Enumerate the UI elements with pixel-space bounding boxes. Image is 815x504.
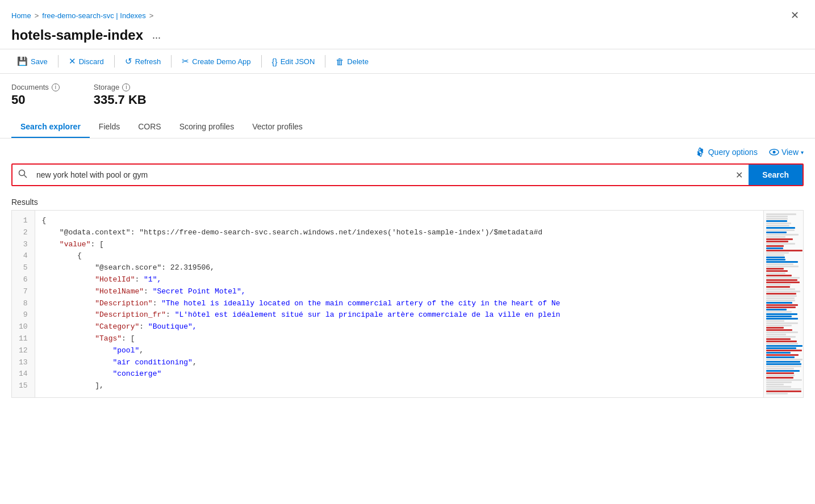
refresh-label: Refresh	[135, 57, 161, 66]
top-bar: Home > free-demo-search-svc | Indexes > …	[0, 0, 815, 24]
delete-button[interactable]: 🗑 Delete	[330, 54, 374, 69]
tab-vector-profiles[interactable]: Vector profiles	[243, 116, 312, 138]
save-icon: 💾	[17, 56, 28, 66]
query-options-label: Query options	[708, 148, 758, 157]
toolbar-separator-3	[171, 55, 172, 68]
code-content: { "@odata.context": "https://free-demo-s…	[35, 211, 763, 397]
discard-icon: ✕	[69, 56, 76, 66]
save-label: Save	[31, 57, 48, 66]
create-demo-label: Create Demo App	[192, 57, 250, 66]
breadcrumb-service[interactable]: free-demo-search-svc | Indexes	[42, 11, 146, 20]
delete-icon: 🗑	[336, 57, 344, 66]
tab-search-explorer[interactable]: Search explorer	[11, 116, 90, 138]
eye-icon	[769, 148, 779, 156]
breadcrumb-home[interactable]: Home	[11, 11, 31, 20]
svg-line-3	[24, 175, 27, 178]
refresh-icon: ↺	[125, 56, 132, 66]
create-demo-icon: ✂	[182, 56, 189, 66]
results-label: Results	[11, 198, 804, 207]
tab-cors[interactable]: CORS	[129, 116, 170, 138]
edit-json-label: Edit JSON	[281, 57, 315, 66]
chevron-down-icon: ▾	[801, 149, 804, 156]
clear-search-button[interactable]: ✕	[730, 170, 749, 180]
gear-icon	[696, 148, 705, 157]
title-row: hotels-sample-index ...	[0, 24, 815, 49]
storage-stat: Storage i 335.7 KB	[94, 83, 147, 107]
page-title: hotels-sample-index	[11, 27, 143, 43]
delete-label: Delete	[347, 57, 369, 66]
results-section: Results 123456789101112131415 { "@odata.…	[0, 195, 815, 398]
edit-json-icon: {}	[272, 57, 278, 66]
documents-label: Documents	[11, 83, 49, 91]
toolbar-separator-4	[261, 55, 262, 68]
search-icon	[12, 169, 33, 180]
breadcrumb-sep1: >	[35, 11, 39, 20]
search-input[interactable]	[33, 165, 730, 185]
toolbar-separator-1	[58, 55, 58, 68]
refresh-button[interactable]: ↺ Refresh	[119, 54, 167, 69]
close-button[interactable]: ✕	[786, 7, 804, 24]
search-area: Query options View ▾ ✕ Search	[0, 138, 815, 195]
storage-value: 335.7 KB	[94, 93, 147, 107]
tabs: Search explorer Fields CORS Scoring prof…	[0, 116, 815, 138]
toolbar-separator-2	[114, 55, 115, 68]
tab-scoring-profiles[interactable]: Scoring profiles	[170, 116, 244, 138]
svg-point-2	[19, 170, 25, 176]
tab-fields[interactable]: Fields	[90, 116, 129, 138]
line-numbers: 123456789101112131415	[12, 211, 35, 397]
stats-row: Documents i 50 Storage i 335.7 KB	[0, 74, 815, 114]
minimap	[763, 211, 803, 397]
edit-json-button[interactable]: {} Edit JSON	[266, 54, 321, 69]
svg-point-1	[772, 151, 775, 154]
save-button[interactable]: 💾 Save	[11, 54, 53, 69]
view-button[interactable]: View ▾	[769, 148, 804, 157]
breadcrumb: Home > free-demo-search-svc | Indexes >	[11, 11, 153, 20]
query-options-button[interactable]: Query options	[696, 148, 758, 157]
toolbar: 💾 Save ✕ Discard ↺ Refresh ✂ Create Demo…	[0, 49, 815, 74]
documents-stat: Documents i 50	[11, 83, 60, 107]
discard-label: Discard	[79, 57, 104, 66]
breadcrumb-sep2: >	[149, 11, 154, 20]
create-demo-app-button[interactable]: ✂ Create Demo App	[176, 54, 256, 69]
search-box: ✕ Search	[11, 163, 804, 186]
toolbar-separator-5	[325, 55, 325, 68]
code-viewer: 123456789101112131415 { "@odata.context"…	[11, 210, 804, 398]
search-button[interactable]: Search	[749, 165, 803, 185]
discard-button[interactable]: ✕ Discard	[63, 54, 110, 69]
documents-value: 50	[11, 93, 60, 107]
documents-info-icon[interactable]: i	[52, 83, 60, 91]
query-options-row: Query options View ▾	[11, 148, 804, 157]
storage-label: Storage	[94, 83, 120, 91]
view-label: View	[781, 148, 799, 157]
ellipsis-button[interactable]: ...	[149, 28, 164, 43]
storage-info-icon[interactable]: i	[122, 83, 130, 91]
